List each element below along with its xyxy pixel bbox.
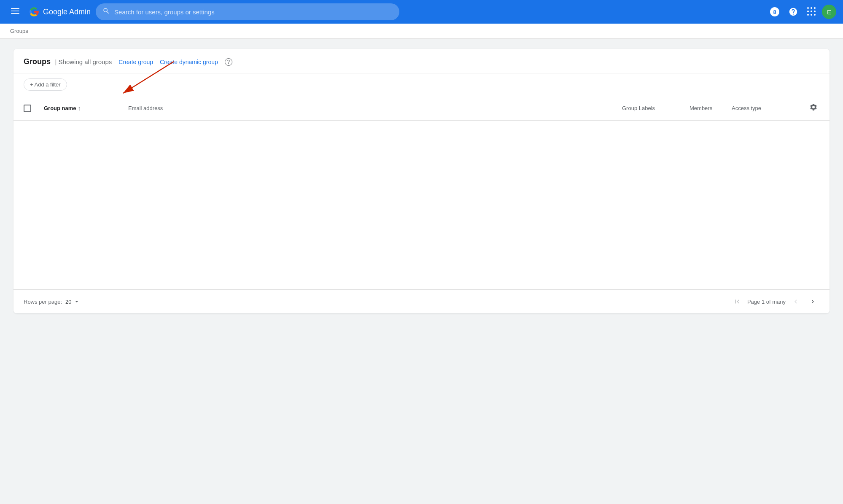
search-bar[interactable] xyxy=(96,3,399,20)
page-title: Groups | Showing all groups xyxy=(24,57,112,66)
rows-per-page-select[interactable]: 20 xyxy=(65,298,80,305)
page-label: Page 1 of many xyxy=(747,299,786,305)
select-all-col xyxy=(24,105,44,112)
card-footer: Rows per page: 20 Page 1 of many xyxy=(13,289,830,313)
sort-arrow-icon: ↑ xyxy=(78,105,81,112)
grid-dots-icon xyxy=(807,7,816,16)
email-header[interactable]: Email address xyxy=(128,105,622,111)
rows-dropdown-icon xyxy=(73,298,80,305)
rows-value: 20 xyxy=(65,299,71,305)
create-dynamic-group-link[interactable]: Create dynamic group xyxy=(160,59,218,65)
logo-text: Google Admin xyxy=(43,8,91,16)
col-email: Email address xyxy=(128,105,622,111)
add-filter-label: + Add a filter xyxy=(30,81,61,88)
breadcrumb: Groups xyxy=(0,24,843,39)
breadcrumb-label: Groups xyxy=(10,28,28,34)
support-button[interactable]: 8 xyxy=(766,3,783,20)
create-group-link[interactable]: Create group xyxy=(119,59,153,65)
col-labels: Group Labels xyxy=(622,105,689,111)
search-input[interactable] xyxy=(114,8,393,16)
table-header: Group name ↑ Email address Group Labels … xyxy=(13,96,830,121)
pagination: Page 1 of many xyxy=(730,295,819,308)
svg-rect-1 xyxy=(11,11,19,11)
table-body xyxy=(13,121,830,289)
members-header[interactable]: Members xyxy=(689,105,732,111)
col-access: Access type xyxy=(732,105,799,111)
next-page-button[interactable] xyxy=(806,295,819,308)
card-header: Groups | Showing all groups Create group… xyxy=(13,49,830,73)
col-settings xyxy=(799,101,819,115)
top-nav: Google Admin 8 E xyxy=(0,0,843,24)
access-type-header[interactable]: Access type xyxy=(732,105,799,111)
menu-button[interactable] xyxy=(7,3,24,20)
main-content: Groups | Showing all groups Create group… xyxy=(0,39,843,323)
search-icon xyxy=(102,7,110,17)
google-logo-icon xyxy=(29,6,40,17)
app-logo: Google Admin xyxy=(29,6,91,17)
apps-button[interactable] xyxy=(803,3,820,20)
nav-actions: 8 E xyxy=(766,3,836,20)
help-button[interactable] xyxy=(785,3,802,20)
add-filter-button[interactable]: + Add a filter xyxy=(24,78,67,91)
rows-per-page: Rows per page: 20 xyxy=(24,298,80,305)
svg-rect-0 xyxy=(11,8,19,9)
help-circle-icon[interactable]: ? xyxy=(225,58,232,66)
col-group-name: Group name ↑ xyxy=(44,105,128,112)
labels-header[interactable]: Group Labels xyxy=(622,105,689,111)
svg-rect-2 xyxy=(11,13,19,14)
prev-page-button[interactable] xyxy=(789,295,803,308)
avatar[interactable]: E xyxy=(822,5,836,19)
filter-bar: + Add a filter xyxy=(13,73,830,96)
group-name-header[interactable]: Group name ↑ xyxy=(44,105,128,112)
help-icon xyxy=(789,7,798,16)
rows-per-page-label: Rows per page: xyxy=(24,299,62,305)
support-badge: 8 xyxy=(770,7,779,16)
table-settings-icon[interactable] xyxy=(808,101,819,115)
first-page-button[interactable] xyxy=(730,295,744,308)
groups-card: Groups | Showing all groups Create group… xyxy=(13,49,830,313)
menu-icon xyxy=(11,7,19,17)
select-all-checkbox[interactable] xyxy=(24,105,31,112)
col-members: Members xyxy=(689,105,732,111)
